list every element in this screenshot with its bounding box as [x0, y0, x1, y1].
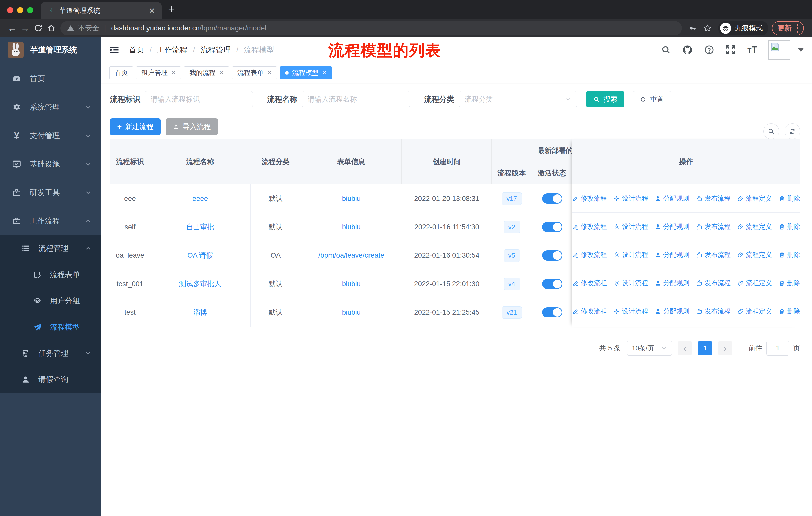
- action-delete-link[interactable]: 删除: [779, 307, 800, 316]
- process-name-link[interactable]: OA 请假: [187, 251, 213, 260]
- process-name-link[interactable]: eeee: [192, 194, 208, 202]
- category-select[interactable]: 流程分类: [459, 91, 577, 107]
- next-page-button[interactable]: ›: [718, 341, 732, 355]
- close-icon[interactable]: ✕: [267, 70, 271, 76]
- action-assign-user-link[interactable]: 分配规则: [655, 250, 689, 259]
- action-publish-link[interactable]: 发布流程: [696, 222, 731, 231]
- goto-page-input[interactable]: [766, 341, 789, 355]
- active-toggle[interactable]: [542, 250, 562, 261]
- breadcrumb-process-management[interactable]: 流程管理: [201, 45, 231, 55]
- update-button[interactable]: 更新: [772, 21, 804, 35]
- action-definition-link[interactable]: 流程定义: [737, 307, 772, 316]
- process-name-link[interactable]: 自己审批: [186, 222, 214, 232]
- form-info-link[interactable]: biubiu: [342, 280, 361, 288]
- forward-icon[interactable]: →: [19, 22, 32, 35]
- sidebar-item-infrastructure[interactable]: 基础设施: [0, 150, 101, 179]
- action-edit-link[interactable]: 修改流程: [572, 279, 607, 288]
- sidebar-item-payment[interactable]: ¥ 支付管理: [0, 121, 101, 150]
- action-definition-link[interactable]: 流程定义: [737, 279, 772, 288]
- action-publish-link[interactable]: 发布流程: [696, 250, 731, 259]
- new-tab-button[interactable]: +: [168, 2, 175, 16]
- action-design-link[interactable]: 设计流程: [613, 279, 648, 288]
- form-info-link[interactable]: biubiu: [342, 308, 361, 317]
- breadcrumb-workflow[interactable]: 工作流程: [157, 45, 187, 55]
- tab-process-form[interactable]: 流程表单✕: [232, 66, 277, 79]
- action-design-link[interactable]: 设计流程: [613, 250, 648, 259]
- browser-menu-icon[interactable]: [796, 24, 799, 32]
- close-window-button[interactable]: [7, 7, 13, 13]
- font-size-icon[interactable]: тT: [747, 45, 757, 55]
- show-search-icon[interactable]: [763, 124, 779, 139]
- action-delete-link[interactable]: 删除: [779, 250, 800, 259]
- browser-tab[interactable]: 芋道管理系统 ✕: [41, 2, 162, 19]
- sidebar-item-process-model[interactable]: 流程模型: [0, 314, 101, 340]
- action-delete-link[interactable]: 删除: [779, 279, 800, 288]
- form-info-link[interactable]: biubiu: [342, 194, 361, 202]
- action-publish-link[interactable]: 发布流程: [696, 194, 731, 203]
- action-edit-link[interactable]: 修改流程: [572, 250, 607, 259]
- process-name-input[interactable]: [302, 91, 410, 107]
- action-publish-link[interactable]: 发布流程: [696, 307, 731, 316]
- url-bar[interactable]: 不安全 | dashboard.yudao.iocoder.cn/bpm/man…: [60, 21, 682, 35]
- maximize-window-button[interactable]: [27, 7, 33, 13]
- tab-home[interactable]: 首页: [110, 66, 133, 79]
- prev-page-button[interactable]: ‹: [678, 341, 692, 355]
- search-button[interactable]: 搜索: [586, 91, 625, 107]
- tab-my-process[interactable]: 我的流程✕: [184, 66, 229, 79]
- process-name-link[interactable]: 测试多审批人: [179, 279, 221, 289]
- action-definition-link[interactable]: 流程定义: [737, 222, 772, 231]
- tab-tenant[interactable]: 租户管理✕: [136, 66, 181, 79]
- search-icon[interactable]: [661, 45, 671, 55]
- action-delete-link[interactable]: 删除: [779, 194, 800, 203]
- action-design-link[interactable]: 设计流程: [613, 194, 648, 203]
- key-icon[interactable]: [689, 24, 697, 32]
- sidebar-item-home[interactable]: 首页: [0, 64, 101, 93]
- action-definition-link[interactable]: 流程定义: [737, 250, 772, 259]
- tab-close-icon[interactable]: ✕: [149, 6, 155, 15]
- tab-process-model[interactable]: 流程模型✕: [280, 66, 332, 79]
- sidebar-item-dev-tools[interactable]: 研发工具: [0, 179, 101, 207]
- action-edit-link[interactable]: 修改流程: [572, 222, 607, 231]
- sidebar-collapse-icon[interactable]: [109, 44, 120, 55]
- reset-button[interactable]: 重置: [633, 91, 671, 107]
- process-id-input[interactable]: [145, 91, 253, 107]
- action-edit-link[interactable]: 修改流程: [572, 307, 607, 316]
- close-icon[interactable]: ✕: [171, 70, 176, 76]
- action-edit-link[interactable]: 修改流程: [572, 194, 607, 203]
- reload-icon[interactable]: [32, 22, 45, 35]
- import-process-button[interactable]: 导入流程: [166, 118, 218, 135]
- action-assign-user-link[interactable]: 分配规则: [655, 194, 689, 203]
- action-assign-user-link[interactable]: 分配规则: [655, 307, 689, 316]
- avatar[interactable]: [768, 40, 790, 60]
- sidebar-item-user-group[interactable]: 用户分组: [0, 288, 101, 314]
- back-icon[interactable]: ←: [5, 22, 19, 35]
- bookmark-star-icon[interactable]: [703, 24, 712, 32]
- refresh-table-icon[interactable]: [785, 124, 800, 139]
- form-info-link[interactable]: biubiu: [342, 223, 361, 231]
- active-toggle[interactable]: [542, 307, 562, 318]
- avatar-caret-icon[interactable]: [798, 48, 804, 52]
- minimize-window-button[interactable]: [17, 7, 23, 13]
- create-process-button[interactable]: + 新建流程: [110, 118, 161, 135]
- sidebar-item-system[interactable]: 系统管理: [0, 93, 101, 121]
- active-toggle[interactable]: [542, 193, 562, 203]
- github-icon[interactable]: [682, 45, 693, 55]
- breadcrumb-home[interactable]: 首页: [129, 45, 144, 55]
- action-publish-link[interactable]: 发布流程: [696, 279, 731, 288]
- action-assign-user-link[interactable]: 分配规则: [655, 222, 689, 231]
- close-icon[interactable]: ✕: [219, 70, 224, 76]
- help-icon[interactable]: [704, 45, 714, 55]
- action-assign-user-link[interactable]: 分配规则: [655, 279, 689, 288]
- sidebar-item-leave-query[interactable]: 请假查询: [0, 366, 101, 392]
- action-design-link[interactable]: 设计流程: [613, 307, 648, 316]
- page-size-select[interactable]: 10条/页: [627, 341, 672, 355]
- sidebar-item-process-management[interactable]: 流程管理: [0, 235, 101, 262]
- action-design-link[interactable]: 设计流程: [613, 222, 648, 231]
- action-delete-link[interactable]: 删除: [779, 222, 800, 231]
- current-page-button[interactable]: 1: [698, 341, 712, 355]
- fullscreen-icon[interactable]: [725, 45, 736, 55]
- active-toggle[interactable]: [542, 279, 562, 289]
- home-icon[interactable]: [45, 22, 58, 35]
- sidebar-item-process-form[interactable]: 流程表单: [0, 262, 101, 288]
- form-info-link[interactable]: /bpm/oa/leave/create: [318, 251, 384, 260]
